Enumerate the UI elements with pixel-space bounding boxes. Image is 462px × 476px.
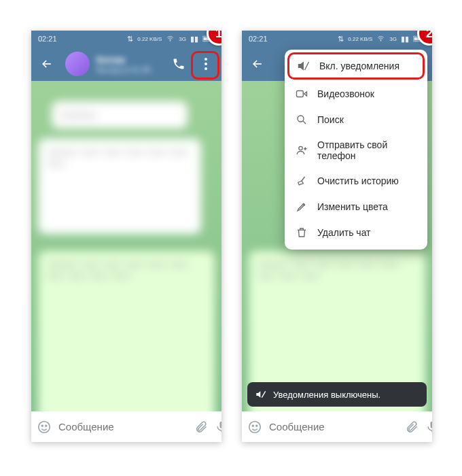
menu-item-search[interactable]: Поиск <box>285 107 427 133</box>
menu-label: Поиск <box>317 114 344 125</box>
highlight-more-button <box>191 51 219 80</box>
svg-line-11 <box>305 62 309 70</box>
back-button[interactable] <box>35 51 58 77</box>
svg-point-20 <box>252 425 253 426</box>
svg-line-18 <box>262 391 265 397</box>
svg-point-0 <box>170 41 171 41</box>
attach-button[interactable] <box>194 420 208 434</box>
wifi-icon <box>166 35 175 42</box>
screenshot-2: 2 02:21 ⇅ 0.22 KB/S 3G ▮▮ Вкл. уведомлен… <box>242 31 432 442</box>
status-bar: 02:21 ⇅ 0.22 KB/S 3G ▮▮ <box>31 31 221 47</box>
avatar[interactable] <box>65 52 90 76</box>
mic-button[interactable] <box>425 420 432 434</box>
clock: 02:21 <box>249 35 268 43</box>
updown-icon: ⇅ <box>338 35 344 43</box>
message-input[interactable] <box>269 421 398 432</box>
emoji-button[interactable] <box>37 420 52 435</box>
status-bar: 02:21 ⇅ 0.22 KB/S 3G ▮▮ <box>242 31 432 47</box>
menu-item-clear-history[interactable]: Очистить историю <box>285 168 427 194</box>
svg-point-4 <box>39 421 50 432</box>
chat-name: Котик <box>96 54 163 65</box>
menu-label: Отправить свой телефон <box>317 139 416 161</box>
mute-icon <box>255 389 266 400</box>
menu-label: Видеозвонок <box>317 88 374 99</box>
video-icon <box>296 88 308 100</box>
attach-button[interactable] <box>405 420 419 434</box>
call-button[interactable] <box>167 51 190 77</box>
signal-icon: ▮▮ <box>401 35 409 43</box>
speed-label: 0.22 KB/S <box>137 36 162 42</box>
input-bar <box>242 411 432 442</box>
broom-icon <box>296 175 308 187</box>
chat-body[interactable]: Блурблур теееекст текст текст текст текс… <box>31 81 221 411</box>
palette-icon <box>296 201 308 213</box>
network-label: 3G <box>179 36 186 42</box>
menu-item-unmute[interactable]: Вкл. уведомления <box>287 52 425 80</box>
mute-icon <box>298 60 310 72</box>
last-seen: был(а) в 01:05 <box>96 65 163 75</box>
speed-label: 0.22 KB/S <box>348 36 372 42</box>
add-contact-icon <box>296 144 308 156</box>
network-label: 3G <box>389 36 397 42</box>
menu-item-delete-chat[interactable]: Удалить чат <box>285 220 427 245</box>
message-bubble: теееекст текст текст текст текст текст т… <box>38 251 215 411</box>
message-bubble: Блурблур <box>52 101 188 129</box>
back-button[interactable] <box>246 51 269 77</box>
svg-point-15 <box>299 146 302 150</box>
message-bubble: теееекст текст текст текст текст текст т… <box>38 139 201 234</box>
svg-point-7 <box>380 41 381 41</box>
input-bar <box>31 411 221 442</box>
wifi-icon <box>376 35 385 42</box>
screenshot-1: 1 02:21 ⇅ 0.22 KB/S 3G ▮▮ Котик был(а) в… <box>31 31 221 442</box>
svg-point-13 <box>298 116 304 122</box>
signal-icon: ▮▮ <box>190 35 198 43</box>
context-menu: Вкл. уведомления Видеозвонок Поиск Отпра… <box>285 50 427 250</box>
updown-icon: ⇅ <box>127 35 133 43</box>
svg-point-6 <box>46 425 47 426</box>
toast-text: Уведомления выключены. <box>273 390 380 400</box>
trash-icon <box>296 226 308 239</box>
mic-button[interactable] <box>215 420 221 434</box>
svg-point-21 <box>256 425 257 426</box>
search-icon <box>296 114 308 126</box>
menu-item-video-call[interactable]: Видеозвонок <box>285 81 427 107</box>
menu-item-share-phone[interactable]: Отправить свой телефон <box>285 133 427 168</box>
menu-label: Вкл. уведомления <box>319 61 399 71</box>
clock: 02:21 <box>38 35 57 43</box>
menu-label: Удалить чат <box>317 227 371 238</box>
svg-point-5 <box>41 425 43 426</box>
emoji-button[interactable] <box>247 420 262 435</box>
svg-rect-12 <box>297 91 304 97</box>
toast: Уведомления выключены. <box>247 382 427 407</box>
menu-label: Очистить историю <box>317 175 399 186</box>
message-input[interactable] <box>58 421 188 432</box>
menu-label: Изменить цвета <box>317 201 388 212</box>
menu-item-change-colors[interactable]: Изменить цвета <box>285 194 427 220</box>
svg-point-19 <box>249 421 261 432</box>
svg-line-14 <box>303 121 306 124</box>
